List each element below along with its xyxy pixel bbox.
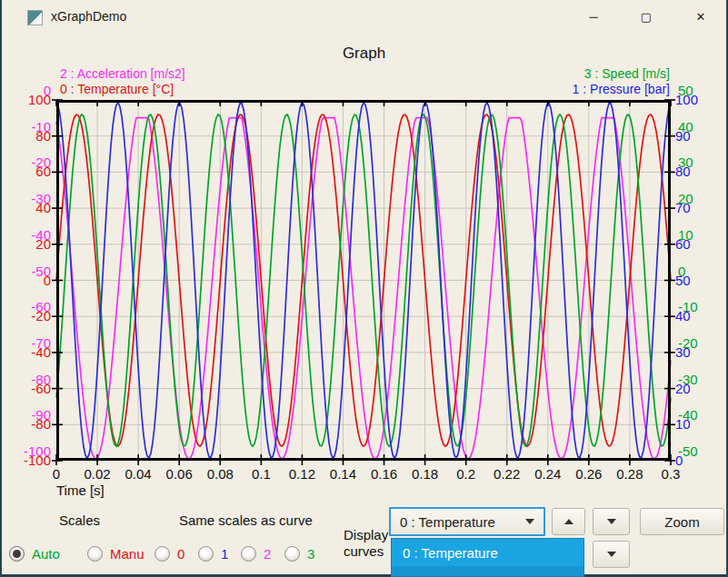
legend-temperature: 0 : Temperature [°C] <box>60 82 174 96</box>
radio-label: 0 <box>177 546 184 562</box>
combobox-dropdown-list: 0 : Temperature1 : Pressure <box>391 538 584 577</box>
dropdown-item[interactable]: 0 : Temperature <box>392 539 583 566</box>
minimize-icon: ─ <box>589 10 597 24</box>
radio-2[interactable]: 2 <box>241 544 271 562</box>
curve-down-button[interactable] <box>593 508 630 535</box>
maximize-icon: ▢ <box>641 10 652 24</box>
radio-label: Auto <box>32 546 60 562</box>
legend-acceleration: 2 : Acceleration [m/s2] <box>60 66 185 81</box>
axis-tick-label: 0.04 <box>115 466 161 482</box>
axis-tick-label: 0.02 <box>75 466 120 482</box>
window-border-left <box>0 0 2 577</box>
radio-1[interactable]: 1 <box>198 544 228 562</box>
axis-tick-label: 0 <box>34 466 79 482</box>
axis-tick-label: 40 <box>678 119 693 135</box>
axis-tick-label: 20 <box>0 236 51 253</box>
axis-tick-label: -20 <box>0 308 51 324</box>
radio-3[interactable]: 3 <box>284 544 314 562</box>
radio-label: Manu <box>110 546 145 562</box>
dropdown-item[interactable]: 1 : Pressure <box>392 566 583 577</box>
axis-tick-label: 60 <box>0 164 51 180</box>
axis-tick-label: 0.3 <box>648 466 693 482</box>
axis-tick-label: 0.18 <box>403 466 448 482</box>
minimize-button[interactable]: ─ <box>573 0 614 35</box>
radio-unselected-icon <box>155 546 170 562</box>
display-curves-label: Display curves <box>344 527 384 560</box>
curve-up-button[interactable] <box>552 508 585 535</box>
axis-tick-label: 30 <box>678 154 693 171</box>
axis-tick-label: -60 <box>0 381 51 397</box>
close-icon: ✕ <box>696 10 706 24</box>
radio-label: 1 <box>221 546 228 562</box>
same-scales-group-label: Same scales as curve <box>179 512 313 528</box>
axis-tick-label: 0.26 <box>566 466 612 482</box>
radio-unselected-icon <box>284 546 300 562</box>
axis-tick-label: -10 <box>678 299 698 315</box>
axis-tick-label: -40 <box>678 407 698 423</box>
axis-tick-label: 0.2 <box>444 466 489 482</box>
axis-tick-label: 0.08 <box>197 466 243 482</box>
x-axis-title: Time [s] <box>56 482 105 498</box>
scales-group-label: Scales <box>59 512 100 528</box>
zoom-button[interactable]: Zoom <box>640 508 724 535</box>
axis-tick-label: -80 <box>0 416 51 433</box>
axis-tick-label: -40 <box>0 344 51 361</box>
window-title: xGraphDemo <box>51 9 126 24</box>
axis-tick-label: -30 <box>678 372 698 388</box>
axis-tick-label: 0.16 <box>362 466 407 482</box>
axis-tick-label: -20 <box>678 335 698 352</box>
arrow-down-icon <box>607 552 616 557</box>
radio-label: 3 <box>307 546 314 562</box>
axis-tick-label: 0.1 <box>238 466 284 482</box>
axis-tick-label: 80 <box>0 128 51 144</box>
axis-tick-label: 50 <box>678 83 693 99</box>
radio-label: 2 <box>264 546 271 562</box>
radio-0[interactable]: 0 <box>155 544 184 562</box>
axis-tick-label: 40 <box>0 200 51 216</box>
radio-manu[interactable]: Manu <box>87 544 145 562</box>
radio-unselected-icon <box>198 546 214 562</box>
chevron-down-icon <box>525 519 534 524</box>
axis-tick-label: 0.14 <box>320 466 365 482</box>
axis-tick-label: 0.24 <box>525 466 571 482</box>
app-window: xGraphDemo ─ ▢ ✕ Graph 2 : Acceleration … <box>0 0 728 577</box>
secondary-down-button[interactable] <box>593 541 630 568</box>
axis-tick-label: 0 <box>0 273 51 289</box>
axis-tick-label: -50 <box>678 443 698 460</box>
axis-tick-label: 20 <box>678 191 693 207</box>
radio-auto[interactable]: Auto <box>9 544 60 562</box>
axis-tick-label: 0.06 <box>156 466 202 482</box>
legend-pressure: 1 : Pressure [bar] <box>573 82 670 96</box>
axis-tick-label: 0.22 <box>484 466 530 482</box>
axis-tick-label: 0.28 <box>607 466 653 482</box>
axis-tick-label: 10 <box>678 227 693 244</box>
axis-tick-label: 0 <box>678 264 685 280</box>
chart-title: Graph <box>0 45 728 63</box>
close-button[interactable]: ✕ <box>680 0 722 35</box>
titlebar: xGraphDemo ─ ▢ ✕ <box>0 0 728 35</box>
axis-tick-label: 100 <box>0 92 51 108</box>
plot-area <box>56 100 671 461</box>
combobox-value: 0 : Temperature <box>400 514 525 530</box>
arrow-up-icon <box>564 519 573 524</box>
display-curves-combobox[interactable]: 0 : Temperature <box>389 507 545 536</box>
app-icon <box>27 10 43 25</box>
maximize-button[interactable]: ▢ <box>625 0 667 35</box>
radio-unselected-icon <box>241 546 256 562</box>
radio-unselected-icon <box>87 546 103 562</box>
legend-speed: 3 : Speed [m/s] <box>584 66 670 81</box>
axis-tick-label: 0.12 <box>279 466 324 482</box>
radio-selected-icon <box>9 546 25 562</box>
arrow-down-icon <box>607 519 616 524</box>
